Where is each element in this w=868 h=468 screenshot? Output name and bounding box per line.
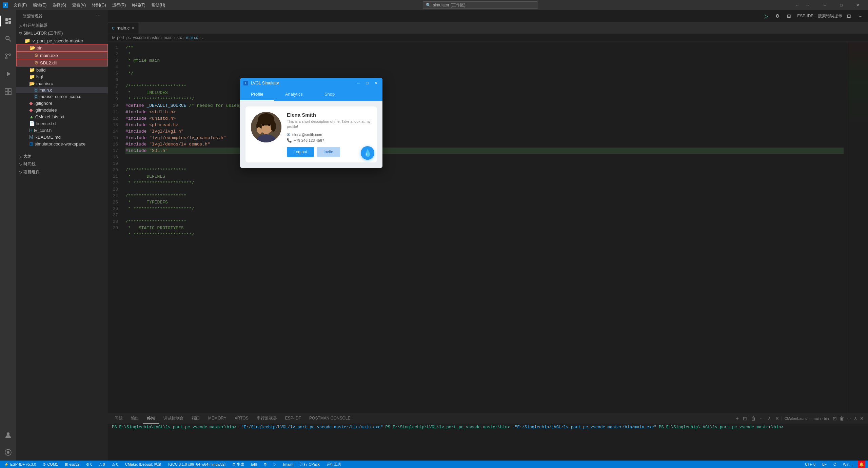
tree-item-gitmodules[interactable]: ◆ .gitmodules [16,106,108,113]
menu-file[interactable]: 文件(F) [11,2,29,9]
breadcrumb-symbol[interactable]: ... [202,35,205,40]
workspace-section[interactable]: ▽ SIMULATOR (工作区) [16,30,108,37]
more-icon[interactable]: ··· [856,11,865,21]
panel-tab-espidf[interactable]: ESP-IDF [281,413,305,424]
restore-button[interactable]: □ [833,0,849,10]
lvgl-tab-shop[interactable]: Shop [314,88,346,101]
tree-item-build[interactable]: 📁 build [16,66,108,73]
launch-up[interactable]: ∧ [852,416,859,421]
status-esp-idf[interactable]: ⚡ ESP-IDF v5.3.0 [3,461,37,468]
panel-tab-terminal[interactable]: 终端 [143,413,159,424]
activity-settings[interactable] [0,444,16,461]
lvgl-restore-btn[interactable]: □ [364,80,370,86]
status-com1[interactable]: ⊙ COM1 [41,461,59,468]
panel-tab-memory[interactable]: MEMORY [204,413,231,424]
panel-close[interactable]: ✕ [773,416,781,421]
panel-add-terminal[interactable]: + [733,415,741,422]
launch-close[interactable]: ✕ [859,416,865,421]
minimize-button[interactable]: ─ [817,0,833,10]
status-run-tools[interactable]: 运行工具 [325,461,343,468]
tree-item-cmake[interactable]: ▲ CMakeLists.txt [16,113,108,120]
tree-item-readme[interactable]: M README.md [16,134,108,140]
panel-tab-output[interactable]: 输出 [127,413,143,424]
layout-icon[interactable]: ⊞ [784,11,794,21]
status-cmake[interactable]: CMake: [Debug]: 就绪 [124,461,163,468]
tab-close-icon[interactable]: ✕ [132,26,134,30]
panel-tab-postman[interactable]: POSTMAN CONSOLE [305,413,354,424]
tree-item-gitignore[interactable]: ◆ .gitignore [16,100,108,106]
activity-explorer[interactable] [0,13,16,29]
launch-trash[interactable]: 🗑 [838,416,846,421]
status-esp32[interactable]: ⊞ esp32 [63,461,81,468]
tree-item-workspace[interactable]: ⊞ simulator.code-workspace [16,140,108,147]
lvgl-tab-profile[interactable]: Profile [240,88,274,101]
timeline-section[interactable]: ▷时间线 [16,160,108,168]
panel-maximize[interactable]: ∧ [766,416,773,421]
tree-item-lvgl[interactable]: 📁 lvgl [16,73,108,80]
lvgl-tab-analytics[interactable]: Analytics [274,88,314,101]
invite-button[interactable]: Invite [317,147,340,157]
tab-main-c[interactable]: C main.c ✕ [108,22,139,34]
menu-view[interactable]: 查看(V) [70,2,88,9]
tree-item-main-exe[interactable]: ⚙ main.exe [16,52,108,59]
tree-item-main-c[interactable]: C main.c [16,87,108,93]
status-all[interactable]: [all] [250,461,258,468]
panel-more[interactable]: ··· [758,416,766,421]
panel-tab-xrtos[interactable]: XRTOS [231,413,253,424]
fab-button[interactable]: 💧 [361,146,374,160]
sidebar-options[interactable]: ··· [96,13,101,19]
status-run-icon[interactable]: ▷ [272,461,278,468]
menu-select[interactable]: 选择(S) [50,2,69,9]
lvgl-minimize-btn[interactable]: ─ [355,80,361,86]
status-c-lang[interactable]: C [832,461,837,468]
tree-item-sdl2-dll[interactable]: ⚙ SDL2.dll [16,59,108,66]
settings-gear-icon[interactable]: ⚙ [773,11,782,21]
npm-section[interactable]: ▷项目组件 [16,168,108,176]
run-button[interactable]: ▷ [761,11,771,21]
status-notification[interactable]: 🔔 [858,461,865,468]
panel-content[interactable]: PS E:\Singlechip\LVGL\lv_port_pc_vscode-… [108,424,868,461]
search-input[interactable]: 🔍 simulator (工作区) [423,1,538,9]
breadcrumb-main[interactable]: main [164,35,173,40]
launch-more[interactable]: ··· [846,416,852,421]
status-run-cpack[interactable]: 运行 CPack [299,461,321,468]
breadcrumb-src[interactable]: src [177,35,182,40]
status-indicator1[interactable]: ⊙ 0 [85,461,94,468]
breadcrumb-file[interactable]: main.c [186,35,198,40]
launch-icons[interactable]: ⊡ [831,416,838,421]
tree-item-licence[interactable]: 📄 licence.txt [16,120,108,127]
nav-fwd-btn[interactable]: → [803,2,812,8]
panel-tab-debug[interactable]: 调试控制台 [159,413,188,424]
activity-extensions[interactable] [0,83,16,100]
menu-goto[interactable]: 转到(G) [89,2,108,9]
breadcrumb-root[interactable]: lv_port_pc_vscode-master [112,35,160,40]
menu-terminal[interactable]: 终端(T) [129,2,148,9]
open-editors-section[interactable]: ▷ 打开的编辑器 [16,22,108,30]
status-main[interactable]: [main] [282,461,295,468]
panel-tab-serial[interactable]: 串行监视器 [253,413,281,424]
status-indicator2[interactable]: △ 0 [98,461,106,468]
tree-item-mouse-cursor[interactable]: C mouse_cursor_icon.c [16,93,108,100]
activity-search[interactable] [0,31,16,47]
panel-layout-icon[interactable]: ⊡ [844,11,854,21]
nav-back-btn[interactable]: ← [793,2,802,8]
panel-tab-ports[interactable]: 端口 [188,413,204,424]
panel-trash[interactable]: 🗑 [749,416,758,421]
status-encoding[interactable]: UTF-8 [804,461,817,468]
panel-split[interactable]: ⊡ [741,416,749,421]
close-button[interactable]: ✕ [850,0,865,10]
lvgl-close-btn[interactable]: ✕ [373,80,379,86]
tree-item-lv-conf[interactable]: H lv_conf.h [16,127,108,134]
panel-tab-problems[interactable]: 问题 [111,413,127,424]
menu-edit[interactable]: 编辑(E) [30,2,49,9]
activity-source-control[interactable] [0,48,16,64]
status-generate[interactable]: ⚙ 生成 [231,461,245,468]
tree-item-root[interactable]: 📁 lv_port_pc_vscode-master [16,37,108,44]
logout-button[interactable]: Log out [287,147,314,157]
activity-debug[interactable] [0,66,16,82]
status-gcc[interactable]: [GCC 8.1.0 x86_64-w64-mingw32] [167,461,227,468]
tree-item-main-src[interactable]: 📂 main\src [16,80,108,87]
code-content[interactable]: /** * * @file main * */ /***************… [121,42,848,413]
activity-accounts[interactable] [0,427,16,443]
status-lf[interactable]: LF [821,461,828,468]
